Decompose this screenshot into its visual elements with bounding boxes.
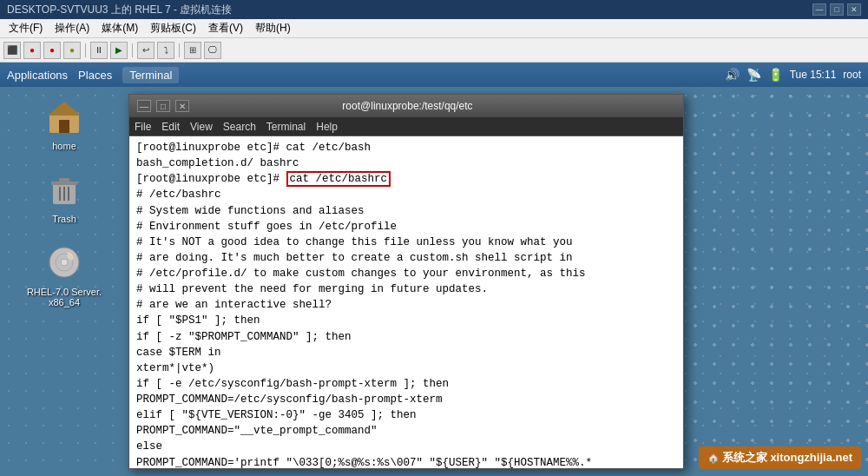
desktop-icon-trash[interactable]: Trash — [43, 169, 85, 224]
toolbar-sep-1 — [85, 43, 86, 57]
terminal-line: # are we an interactive shell? — [136, 297, 676, 313]
vm-window-buttons: — □ ✕ — [812, 3, 861, 16]
vm-title-text: DESKTOP-SVTVUU3 上的 RHEL 7 - 虚拟机连接 — [7, 3, 232, 17]
desktop-right-pattern — [686, 87, 868, 476]
toolbar-btn-7[interactable]: ⊞ — [184, 42, 201, 59]
taskbar-places[interactable]: Places — [78, 69, 112, 82]
terminal-line: PROMPT_COMMAND='printf "\033[0;%s@%s:%s\… — [136, 455, 676, 469]
terminal-line: # /etc/bashrc — [136, 187, 676, 202]
vm-toolbar: ⬛ ● ● ● ⏸ ▶ ↩ ⤵ ⊞ 🖵 — [0, 38, 868, 63]
dvd-icon-label: RHEL-7.0 Server.x86_64 — [27, 287, 102, 307]
terminal-line: [root@linuxprobe etc]# cat /etc/bash — [136, 140, 676, 155]
taskbar-time: Tue 15:11 — [790, 69, 837, 81]
terminal-line: case $TERM in — [136, 345, 676, 360]
terminal-line: bash_completion.d/ bashrc — [136, 155, 676, 171]
trash-icon — [43, 169, 85, 210]
vm-menu-file[interactable]: 文件(F) — [3, 19, 48, 37]
toolbar-btn-play[interactable]: ▶ — [110, 42, 128, 59]
terminal-line: # will prevent the need for merging in f… — [136, 281, 676, 297]
taskbar-network-icon[interactable]: 📡 — [746, 68, 761, 82]
home-icon-label: home — [52, 141, 76, 151]
vm-menu-view[interactable]: 查看(V) — [203, 19, 248, 37]
taskbar-user[interactable]: root — [843, 69, 861, 81]
watermark-site: 系统之家 xitongzhijia.net — [722, 451, 852, 464]
terminal-line: if [ -e /etc/sysconfig/bash-prompt-xterm… — [136, 376, 676, 392]
toolbar-btn-2[interactable]: ● — [23, 42, 41, 59]
terminal-menu-view[interactable]: View — [190, 121, 213, 133]
toolbar-sep-2 — [132, 43, 133, 57]
vm-menu-media[interactable]: 媒体(M) — [96, 19, 143, 37]
terminal-line: else — [136, 439, 676, 454]
terminal-line: [root@linuxprobe etc]# cat /etc/bashrc — [136, 171, 676, 187]
vm-menu-action[interactable]: 操作(A) — [49, 19, 95, 37]
vm-titlebar: DESKTOP-SVTVUU3 上的 RHEL 7 - 虚拟机连接 — □ ✕ — [0, 0, 868, 19]
terminal-line: if [ "$PS1" ]; then — [136, 313, 676, 328]
desktop-icons-area: home Trash RHEL-7.0 Server.x86_64 — [0, 87, 128, 476]
home-icon — [43, 96, 85, 137]
svg-marker-1 — [48, 102, 81, 116]
svg-point-11 — [61, 259, 68, 266]
toolbar-btn-8[interactable]: 🖵 — [204, 42, 221, 59]
terminal-line: xterm*|vte*) — [136, 360, 676, 376]
toolbar-btn-6[interactable]: ⤵ — [157, 42, 174, 59]
rhel-taskbar: Applications Places Terminal 🔊 📡 🔋 Tue 1… — [0, 63, 868, 87]
terminal-menu-terminal[interactable]: Terminal — [266, 121, 306, 133]
terminal-line: # /etc/profile.d/ to make custom changes… — [136, 266, 676, 281]
terminal-line: # System wide functions and aliases — [136, 203, 676, 219]
desktop-icon-dvd[interactable]: RHEL-7.0 Server.x86_64 — [27, 241, 102, 307]
terminal-window: — □ ✕ root@linuxprobe:/test/qq/etc File … — [128, 94, 684, 469]
terminal-menubar: File Edit View Search Terminal Help — [129, 117, 683, 136]
terminal-line: elif [ "${VTE_VERSION:-0}" -ge 3405 ]; t… — [136, 407, 676, 423]
desktop-icon-home[interactable]: home — [43, 96, 85, 151]
toolbar-btn-4[interactable]: ● — [63, 42, 81, 59]
vm-minimize-button[interactable]: — — [812, 3, 826, 16]
taskbar-applications[interactable]: Applications — [7, 69, 68, 82]
watermark: 🏠 系统之家 xitongzhijia.net — [699, 446, 861, 469]
trash-icon-label: Trash — [52, 214, 76, 224]
vm-maximize-button[interactable]: □ — [830, 3, 844, 16]
svg-rect-5 — [59, 178, 69, 182]
terminal-line: # Environment stuff goes in /etc/profile — [136, 219, 676, 235]
watermark-text: 🏠 — [707, 453, 722, 463]
toolbar-btn-5[interactable]: ↩ — [137, 42, 155, 59]
terminal-content[interactable]: [root@linuxprobe etc]# cat /etc/bashbash… — [129, 136, 683, 468]
terminal-maximize-button[interactable]: □ — [156, 100, 170, 112]
terminal-menu-file[interactable]: File — [135, 121, 151, 133]
terminal-line: PROMPT_COMMAND="__vte_prompt_command" — [136, 423, 676, 439]
taskbar-battery-icon: 🔋 — [768, 68, 783, 82]
toolbar-btn-pause[interactable]: ⏸ — [90, 42, 108, 59]
highlighted-command: cat /etc/bashrc — [286, 171, 391, 187]
dvd-icon — [43, 241, 85, 283]
terminal-close-button[interactable]: ✕ — [175, 100, 189, 112]
terminal-menu-search[interactable]: Search — [223, 121, 256, 133]
terminal-title-text: root@linuxprobe:/test/qq/etc — [189, 100, 626, 112]
toolbar-btn-3[interactable]: ● — [43, 42, 61, 59]
terminal-minimize-button[interactable]: — — [137, 100, 151, 112]
vm-menu-clipboard[interactable]: 剪贴板(C) — [145, 19, 201, 37]
terminal-line: # are doing. It's much better to create … — [136, 250, 676, 266]
terminal-line: PROMPT_COMMAND=/etc/sysconfig/bash-promp… — [136, 392, 676, 407]
taskbar-right: 🔊 📡 🔋 Tue 15:11 root — [725, 68, 861, 82]
terminal-titlebar: — □ ✕ root@linuxprobe:/test/qq/etc — [129, 95, 683, 117]
terminal-line: # It's NOT a good idea to change this fi… — [136, 235, 676, 250]
taskbar-left: Applications Places Terminal — [7, 67, 718, 83]
toolbar-btn-1[interactable]: ⬛ — [3, 42, 21, 59]
svg-rect-2 — [59, 120, 69, 133]
terminal-window-buttons: — □ ✕ — [135, 100, 189, 112]
terminal-menu-edit[interactable]: Edit — [161, 121, 180, 133]
vm-menubar: 文件(F) 操作(A) 媒体(M) 剪贴板(C) 查看(V) 帮助(H) — [0, 19, 868, 38]
terminal-menu-help[interactable]: Help — [316, 121, 338, 133]
toolbar-sep-3 — [179, 43, 180, 57]
taskbar-volume-icon[interactable]: 🔊 — [725, 68, 740, 82]
terminal-line: if [ -z "$PROMPT_COMMAND" ]; then — [136, 329, 676, 345]
vm-menu-help[interactable]: 帮助(H) — [250, 19, 296, 37]
taskbar-terminal[interactable]: Terminal — [122, 67, 179, 83]
vm-close-button[interactable]: ✕ — [847, 3, 861, 16]
